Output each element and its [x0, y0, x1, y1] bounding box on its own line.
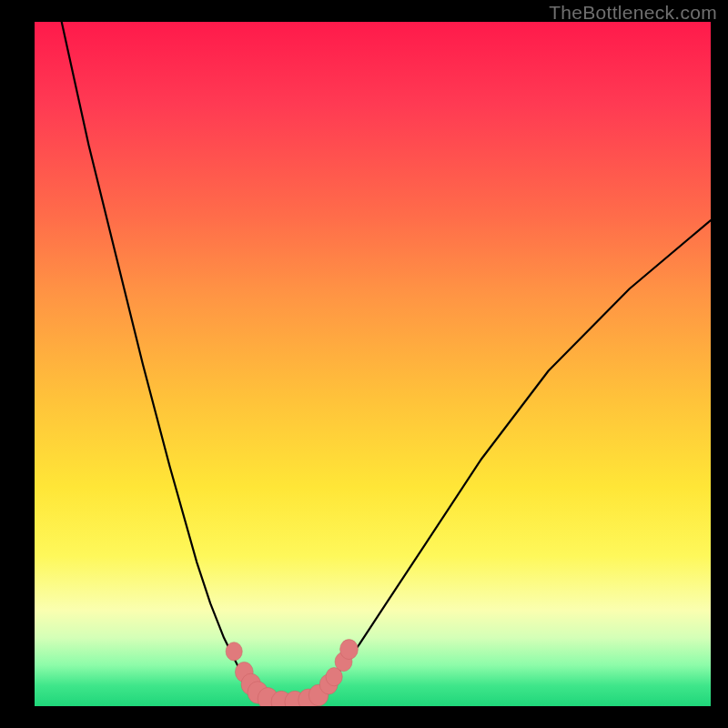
data-point — [226, 642, 242, 661]
curve-layer — [35, 22, 711, 706]
plot-area — [35, 22, 711, 706]
bottleneck-curve — [62, 22, 711, 703]
chart-frame: TheBottleneck.com — [0, 0, 728, 728]
data-point — [340, 640, 359, 660]
watermark-label: TheBottleneck.com — [549, 2, 717, 24]
